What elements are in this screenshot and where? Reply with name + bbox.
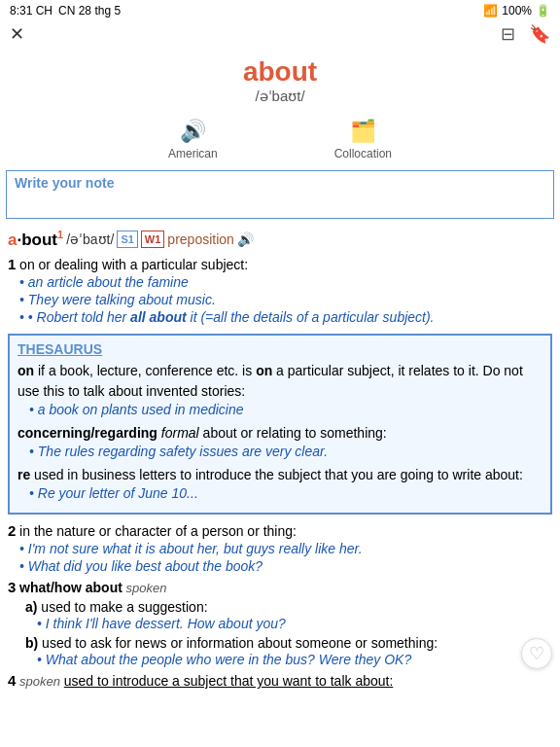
- on-bold2: on: [256, 363, 272, 378]
- battery-icon: 🔋: [536, 4, 550, 18]
- time: 8:31 CH: [10, 4, 52, 18]
- formal-label: formal: [161, 425, 199, 441]
- entry-bout: ·bout: [17, 231, 57, 249]
- def3-spoken: spoken: [126, 581, 167, 595]
- def2-num: 2: [8, 522, 16, 539]
- battery-percent: 100%: [502, 4, 532, 18]
- thesaurus-concerning-example: The rules regarding safety issues are ve…: [18, 444, 542, 459]
- def3a-letter: a): [25, 599, 37, 615]
- entry-header: a·bout1 /əˈbaʊt/ S1 W1 preposition 🔊: [8, 227, 552, 252]
- badge-s1: S1: [117, 231, 137, 249]
- thesaurus-entry-re: re used in business letters to introduce…: [18, 465, 542, 501]
- american-label: American: [168, 147, 218, 160]
- write-note-section[interactable]: Write your note: [6, 170, 554, 219]
- example-robert: • Robert told her all about it (=all the…: [8, 308, 552, 326]
- definition-1: 1 on or dealing with a particular subjec…: [8, 256, 552, 326]
- top-right-icons: ⊟ 🔖: [501, 23, 550, 45]
- def3-num: 3: [8, 579, 16, 595]
- def3a-text: used to make a suggestion:: [41, 599, 207, 615]
- example-her: I'm not sure what it is about her, but g…: [8, 540, 552, 557]
- def4-num: 4: [8, 672, 16, 689]
- def4-text: used to introduce a subject that you wan…: [64, 673, 394, 689]
- columns-icon[interactable]: ⊟: [501, 23, 515, 45]
- thesaurus-on-def: on if a book, lecture, conference etc. i…: [18, 361, 542, 402]
- thesaurus-box: THESAURUS on if a book, lecture, confere…: [8, 334, 552, 515]
- def4-spoken: spoken: [19, 674, 60, 689]
- american-audio-button[interactable]: 🔊 American: [168, 119, 218, 160]
- badge-w1: W1: [141, 231, 165, 249]
- word-header: about /əˈbaʊt/: [0, 49, 560, 109]
- example-dessert: I think I'll have dessert. How about you…: [25, 615, 552, 632]
- example-bus: What about the people who were in the bu…: [25, 651, 552, 668]
- thesaurus-on-example: a book on plants used in medicine: [18, 402, 542, 417]
- thesaurus-re-example: Re your letter of June 10...: [18, 485, 542, 501]
- entry-word: a·bout1: [8, 227, 63, 252]
- thesaurus-concerning-word: concerning/regarding: [18, 425, 158, 441]
- word-phonetic: /əˈbaʊt/: [0, 88, 560, 105]
- definition-4: 4 spoken used to introduce a subject tha…: [8, 672, 552, 690]
- bookmark-icon[interactable]: 🔖: [529, 23, 550, 45]
- def2-text: in the nature or character of a person o…: [19, 523, 297, 539]
- entry-superscript: 1: [57, 229, 63, 240]
- audio-inline-icon[interactable]: 🔊: [237, 230, 254, 250]
- thesaurus-re-def: re used in business letters to introduce…: [18, 465, 542, 485]
- def3b-text: used to ask for news or information abou…: [42, 635, 438, 651]
- note-input-area[interactable]: [15, 191, 545, 214]
- status-bar: 8:31 CH CN 28 thg 5 📶 100% 🔋: [0, 0, 560, 21]
- part-of-speech: preposition: [167, 230, 234, 250]
- date: CN 28 thg 5: [58, 4, 121, 18]
- close-button[interactable]: ✕: [10, 23, 24, 45]
- def3b-letter: b): [25, 635, 38, 651]
- audio-section: 🔊 American 🗂️ Collocation: [0, 109, 560, 168]
- example-music: They were talking about music.: [8, 291, 552, 308]
- word-title: about: [0, 56, 560, 88]
- def3a: a) used to make a suggestion: I think I'…: [25, 599, 552, 632]
- status-left: 8:31 CH CN 28 thg 5: [10, 4, 121, 18]
- favorite-button[interactable]: ♡: [521, 638, 552, 669]
- wifi-icon: 📶: [483, 4, 498, 18]
- thesaurus-title: THESAURUS: [18, 341, 542, 357]
- write-note-label: Write your note: [15, 175, 545, 191]
- status-right: 📶 100% 🔋: [483, 4, 550, 18]
- def1-text: on or dealing with a particular subject:: [19, 257, 248, 272]
- def1-num: 1: [8, 256, 16, 272]
- definition-3: 3 what/how about spoken a) used to make …: [8, 579, 552, 668]
- def3b: b) used to ask for news or information a…: [25, 635, 552, 668]
- entry-phonetic: /əˈbaʊt/: [66, 230, 114, 250]
- top-bar: ✕ ⊟ 🔖: [0, 21, 560, 49]
- example-book: What did you like best about the book?: [8, 557, 552, 575]
- example-famine: an article about the famine: [8, 273, 552, 291]
- thesaurus-on-word: on: [18, 363, 34, 378]
- speaker-collocation-icon: 🗂️: [350, 119, 376, 144]
- dictionary-content: a·bout1 /əˈbaʊt/ S1 W1 preposition 🔊 1 o…: [0, 225, 560, 721]
- speaker-american-icon: 🔊: [180, 119, 206, 144]
- thesaurus-entry-concerning: concerning/regarding formal about or rel…: [18, 423, 542, 459]
- thesaurus-concerning-def: concerning/regarding formal about or rel…: [18, 423, 542, 444]
- collocation-label: Collocation: [334, 147, 392, 160]
- thesaurus-entry-on: on if a book, lecture, conference etc. i…: [18, 361, 542, 417]
- all-about-bold: all about: [130, 309, 187, 325]
- def3-label: what/how about: [19, 580, 122, 595]
- definition-2: 2 in the nature or character of a person…: [8, 522, 552, 575]
- thesaurus-re-word: re: [18, 467, 30, 482]
- collocation-audio-button[interactable]: 🗂️ Collocation: [334, 119, 392, 160]
